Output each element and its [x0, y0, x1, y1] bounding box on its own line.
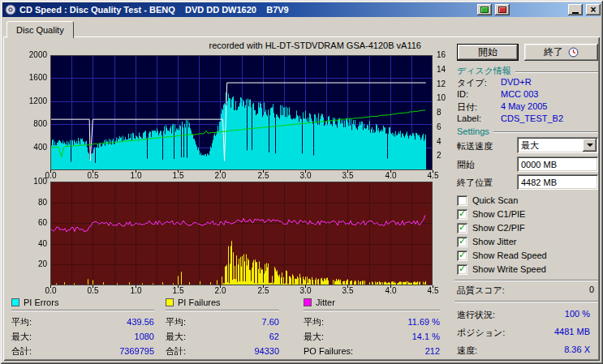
transfer-speed-select[interactable]: 最大 — [517, 137, 598, 153]
end-position-input[interactable] — [517, 174, 598, 190]
stat-value: 1080 — [135, 332, 154, 341]
show-c1pie-checkbox-row[interactable]: ✓ Show C1/PIE — [457, 208, 525, 220]
stat-title: PI Failures — [178, 298, 221, 307]
app-window: CD Speed : Disc Quality Test - BENQ DVD … — [0, 0, 603, 364]
stat-row: 合計:94330 — [166, 344, 279, 358]
show-c2pif-checkbox-row[interactable]: ✓ Show C2/PIF — [457, 222, 525, 233]
check-icon: ✓ — [459, 237, 466, 246]
check-icon: ✓ — [459, 264, 466, 273]
stat-column-pi-errors: PI Errors 平均:439.56 最大:1080 合計:7369795 — [11, 297, 154, 358]
divider — [493, 131, 598, 133]
disc-type-row: タイプ:DVD+R — [457, 77, 598, 89]
stat-label: 最大: — [11, 331, 32, 343]
quick-scan-checkbox[interactable]: ✓ — [457, 195, 467, 206]
stat-label: 平均: — [304, 316, 324, 328]
tab-disc-quality[interactable]: Disc Quality — [6, 21, 74, 38]
quick-scan-checkbox-row[interactable]: ✓ Quick Scan — [457, 195, 518, 206]
checkbox-label[interactable]: Show C2/PIF — [472, 223, 525, 233]
stat-value: 439.56 — [127, 317, 154, 327]
pi-failures-swatch — [166, 298, 174, 306]
start-position-label: 開始 — [457, 159, 475, 171]
disc-info-header: ディスク情報 — [457, 65, 598, 77]
info-value: MCC 003 — [501, 89, 538, 99]
stat-row: PO Failures:212 — [304, 344, 440, 358]
end-position-label: 終了位置 — [457, 177, 493, 189]
show-read-speed-checkbox[interactable]: ✓ — [457, 251, 467, 261]
stat-row: 最大:14.1 % — [304, 329, 440, 344]
start-button[interactable]: 開始 — [457, 44, 519, 61]
stat-value: 11.69 % — [407, 317, 440, 327]
start-position-input[interactable] — [517, 156, 598, 172]
clock-icon — [568, 47, 579, 58]
stat-row: 平均:439.56 — [11, 315, 154, 329]
start-button-label: 開始 — [478, 45, 497, 59]
check-icon: ✓ — [459, 209, 466, 218]
stat-label: 合計: — [166, 345, 186, 358]
stat-row: 平均:7.60 — [166, 315, 279, 329]
show-write-speed-checkbox-row[interactable]: ✓ Show Write Speed — [457, 263, 546, 275]
info-label: ID: — [457, 89, 501, 99]
progress-value: 100 % — [565, 309, 590, 321]
speed-row: 速度: 8.36 X — [457, 345, 590, 357]
stat-label: 最大: — [304, 331, 324, 343]
quality-score-label: 品質スコア: — [457, 285, 505, 297]
info-label: 日付: — [457, 101, 501, 113]
stat-value: 62 — [269, 332, 279, 341]
exit-button[interactable]: 終了 — [524, 44, 598, 61]
group-header-label: ディスク情報 — [457, 65, 511, 77]
window-title: CD Speed : Disc Quality Test - BENQ DVD … — [19, 5, 289, 15]
stat-label: 平均: — [11, 316, 32, 328]
disc-label-row: Label:CDS_TEST_B2 — [457, 113, 598, 123]
stat-row: 平均:11.69 % — [304, 315, 440, 329]
checkbox-label[interactable]: Show Write Speed — [472, 264, 546, 274]
stat-value: 14.1 % — [412, 332, 440, 341]
divider — [454, 280, 598, 281]
pi-errors-swatch — [11, 298, 19, 306]
show-c2pif-checkbox[interactable]: ✓ — [457, 223, 467, 233]
tab-label: Disc Quality — [16, 25, 64, 35]
dropdown-button[interactable] — [583, 139, 597, 152]
info-label: タイプ: — [457, 77, 501, 89]
minimize-icon — [572, 12, 579, 14]
stat-value: 7.60 — [262, 317, 279, 327]
transfer-speed-value: 最大 — [517, 139, 583, 152]
divider — [166, 310, 279, 311]
quality-score-row: 品質スコア: 0 — [457, 285, 594, 297]
stat-column-jitter: Jitter 平均:11.69 % 最大:14.1 % PO Failures:… — [304, 297, 440, 358]
group-header-label: Settings — [457, 126, 489, 136]
position-label: ポジション: — [457, 327, 505, 339]
checkbox-label[interactable]: Quick Scan — [472, 195, 518, 205]
show-c1pie-checkbox[interactable]: ✓ — [457, 209, 467, 220]
stat-value: 94330 — [254, 346, 279, 356]
settings-header: Settings — [457, 126, 598, 136]
close-button[interactable]: × — [586, 4, 601, 15]
check-icon: ✓ — [459, 251, 466, 259]
red-chart-button[interactable] — [495, 4, 510, 15]
checkbox-label[interactable]: Show Read Speed — [472, 251, 547, 260]
titlebar[interactable]: CD Speed : Disc Quality Test - BENQ DVD … — [2, 2, 601, 17]
speed-label: 速度: — [457, 345, 477, 357]
chevron-down-icon — [587, 143, 593, 147]
show-read-speed-checkbox-row[interactable]: ✓ Show Read Speed — [457, 250, 547, 261]
show-write-speed-checkbox[interactable]: ✓ — [457, 264, 467, 275]
checkbox-label[interactable]: Show Jitter — [472, 237, 516, 246]
progress-label: 進行状況: — [457, 309, 495, 321]
disc-id-row: ID:MCC 003 — [457, 89, 598, 99]
red-chart-icon — [498, 6, 506, 13]
quality-chart-canvas — [0, 49, 451, 298]
stat-column-pi-failures: PI Failures 平均:7.60 最大:62 合計:94330 — [166, 297, 279, 358]
show-jitter-checkbox-row[interactable]: ✓ Show Jitter — [457, 236, 516, 247]
cd-disc-icon — [5, 4, 16, 15]
stat-value: 7369795 — [119, 346, 154, 356]
green-chart-button[interactable] — [477, 4, 492, 15]
position-value: 4481 MB — [554, 327, 590, 339]
checkbox-label[interactable]: Show C1/PIE — [472, 209, 525, 219]
stat-label: 平均: — [166, 316, 186, 328]
quality-score-value: 0 — [589, 285, 594, 297]
jitter-swatch — [304, 298, 312, 306]
transfer-speed-label: 転送速度 — [457, 140, 493, 152]
divider — [11, 310, 154, 311]
show-jitter-checkbox[interactable]: ✓ — [457, 237, 467, 247]
minimize-button[interactable] — [568, 4, 583, 15]
stat-row: 合計:7369795 — [11, 344, 154, 358]
